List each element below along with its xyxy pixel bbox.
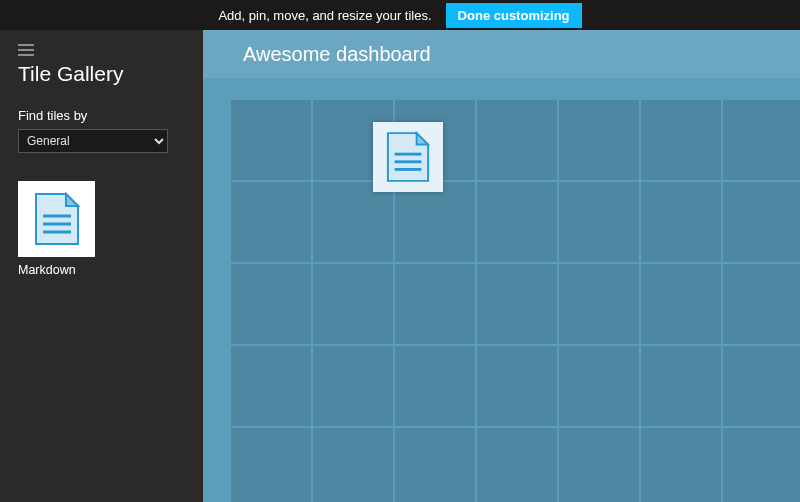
main-area: Tile Gallery Find tiles by General Markd… xyxy=(0,30,800,502)
markdown-doc-icon xyxy=(386,131,430,183)
dashboard-header: Awesome dashboard xyxy=(203,30,800,78)
sidebar-title: Tile Gallery xyxy=(18,62,185,86)
dragging-tile-ghost[interactable] xyxy=(373,122,443,192)
customize-hint: Add, pin, move, and resize your tiles. xyxy=(218,8,431,23)
markdown-tile-thumb xyxy=(18,181,95,257)
tile-grid-canvas[interactable] xyxy=(231,100,800,502)
customize-top-bar: Add, pin, move, and resize your tiles. D… xyxy=(0,0,800,30)
hamburger-icon[interactable] xyxy=(18,44,34,56)
tile-gallery-sidebar: Tile Gallery Find tiles by General Markd… xyxy=(0,30,203,502)
dashboard-title: Awesome dashboard xyxy=(243,43,431,66)
grid-lines xyxy=(231,100,800,502)
markdown-doc-icon xyxy=(34,192,80,246)
find-tiles-label: Find tiles by xyxy=(18,108,185,123)
dashboard-canvas-area: Awesome dashboard xyxy=(203,30,800,502)
gallery-tile-label: Markdown xyxy=(18,263,95,277)
category-select[interactable]: General xyxy=(18,129,168,153)
gallery-tile-markdown[interactable]: Markdown xyxy=(18,181,95,277)
done-customizing-button[interactable]: Done customizing xyxy=(446,3,582,28)
